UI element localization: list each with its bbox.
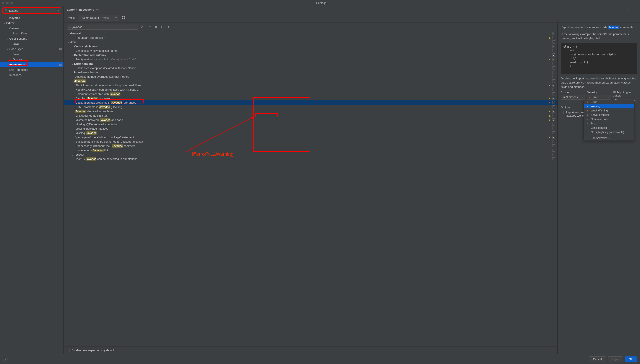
severity-dropdown[interactable]: ●Error▲Warning▲Weak Warning▲Server Probl…	[584, 100, 634, 140]
severity-option-consideration[interactable]: Consideration	[584, 126, 634, 130]
sidebar-item-code-style[interactable]: ⌄Code Style▤	[0, 46, 64, 52]
inspection-row[interactable]: Unnecessary Javadoc link	[64, 148, 557, 152]
inspection-checkbox[interactable]	[552, 80, 555, 82]
severity-combo[interactable]: ● Error▾	[587, 95, 611, 100]
inspection-checkbox[interactable]	[552, 62, 555, 65]
inspection-checkbox[interactable]	[552, 106, 555, 108]
window-controls[interactable]	[2, 2, 13, 4]
inspection-checkbox[interactable]	[552, 58, 555, 61]
inspection-row[interactable]: Missing 'package-info.java'	[64, 126, 557, 131]
inspection-checkbox[interactable]	[552, 54, 555, 56]
sidebar-item-live-templates[interactable]: Live Templates	[0, 67, 64, 72]
inspection-checkbox[interactable]	[552, 75, 555, 78]
inspection-row[interactable]: ⌄Inheritance issues	[64, 70, 557, 74]
severity-option-grammar-error[interactable]: ✓Grammar Error	[584, 117, 634, 122]
inspection-row[interactable]: 'package.html' may be converted to 'pack…	[64, 139, 557, 144]
sidebar-item-smart-keys[interactable]: Smart Keys	[0, 31, 64, 36]
inspection-row[interactable]: Abstract method overrides abstract metho…	[64, 74, 557, 79]
inspection-checkbox[interactable]	[552, 144, 555, 147]
disable-new-row[interactable]: Disable new inspections by default	[64, 346, 557, 354]
inspection-row[interactable]: Mismatch between Javadoc and code▲	[64, 118, 557, 122]
inspection-checkbox[interactable]	[552, 84, 555, 87]
inspection-row[interactable]: Comment replaceable with Javadoc	[64, 92, 557, 96]
severity-option-edit-severities-[interactable]: Edit Severities…	[584, 136, 634, 140]
inspection-row[interactable]: TestNG Javadoc can be converted to annot…	[64, 157, 557, 161]
inspection-checkbox[interactable]	[552, 127, 555, 130]
add-icon[interactable]: ＋	[166, 24, 171, 30]
collapse-all-icon[interactable]	[154, 24, 159, 30]
expand-all-icon[interactable]	[147, 24, 153, 30]
inspection-checkbox[interactable]	[552, 92, 555, 96]
inspection-row[interactable]: ⌄Declaration redundancy	[64, 53, 557, 57]
inspection-checkbox[interactable]	[552, 66, 555, 70]
inspection-row[interactable]: ⌄Java	[64, 40, 557, 44]
sidebar-item-groovy[interactable]: Groovy	[0, 57, 64, 62]
inspection-row[interactable]: Unnecessary fully qualified name	[64, 48, 557, 53]
inspection-row[interactable]: Unchecked exception declared in 'throws'…	[64, 66, 557, 70]
inspection-checkbox[interactable]	[552, 32, 555, 35]
option-checkbox[interactable]	[561, 111, 564, 114]
sidebar-item-keymap[interactable]: Keymap	[0, 15, 64, 20]
inspection-checkbox[interactable]	[552, 97, 555, 100]
inspection-row[interactable]: ⌄Code style issues	[64, 44, 557, 48]
reset-icon[interactable]: ⟲	[96, 8, 99, 11]
inspection-row[interactable]: '<code>...</code>' can be replaced with …	[64, 88, 557, 92]
breadcrumb-root[interactable]: Editor	[67, 8, 75, 11]
inspection-row[interactable]: HTML problems in Javadoc (DocLint)	[64, 105, 557, 109]
inspection-search-input[interactable]: javadoc ×	[67, 24, 138, 30]
inspection-checkbox[interactable]	[552, 110, 555, 113]
severity-option-server-problem[interactable]: ▲Server Problem	[584, 113, 634, 117]
profile-combo[interactable]: Project Default Project ▾	[78, 15, 119, 21]
inspection-row[interactable]: ⌄Error handling	[64, 62, 557, 66]
inspection-checkbox[interactable]	[552, 40, 555, 44]
inspection-checkbox[interactable]	[552, 136, 555, 139]
inspection-row[interactable]: Missing Javadoc	[64, 131, 557, 135]
sidebar-search-input[interactable]: javadoc ×	[3, 8, 61, 14]
apply-button[interactable]: Apply	[608, 356, 623, 362]
nav-back-icon[interactable]: ←	[626, 8, 631, 11]
gear-icon[interactable]	[122, 16, 125, 20]
sidebar-item-inspections[interactable]: Inspections▤	[0, 62, 64, 67]
breadcrumb-leaf[interactable]: Inspections	[78, 8, 94, 11]
severity-option-warning[interactable]: ▲Warning	[584, 104, 634, 108]
inspection-row[interactable]: ⌄Javadoc	[64, 79, 557, 83]
inspection-checkbox[interactable]	[552, 88, 555, 91]
inspection-row[interactable]: Blank line should be replaced with <p> t…	[64, 83, 557, 88]
scope-combo[interactable]: In All Scopes▾	[561, 95, 585, 100]
inspection-row[interactable]: Link specified as plain text▲	[64, 114, 557, 118]
inspection-row[interactable]: Javadoc declaration problems▲	[64, 109, 557, 114]
inspection-checkbox[interactable]	[552, 149, 555, 152]
sidebar-item-java[interactable]: Java	[0, 52, 64, 57]
inspection-row[interactable]: Declaration has problems in Javadoc refe…	[64, 100, 557, 105]
inspection-row[interactable]: ⌄TestNG	[64, 152, 557, 157]
reset-severities-icon[interactable]: □	[160, 24, 165, 30]
inspection-row[interactable]: Unnecessary '{@inheritDoc}' Javadoc comm…	[64, 144, 557, 148]
nav-forward-icon[interactable]: →	[631, 8, 637, 11]
inspection-row[interactable]: Dangling Javadoc comment▲	[64, 96, 557, 100]
sidebar-item-java[interactable]: Java	[0, 41, 64, 46]
severity-option-error[interactable]: ●Error	[584, 100, 634, 104]
disable-new-checkbox[interactable]	[67, 349, 70, 352]
inspection-row[interactable]: Missing '@Deprecated' annotation	[64, 122, 557, 126]
inspection-checkbox[interactable]	[552, 45, 555, 48]
inspection-checkbox[interactable]	[552, 153, 555, 156]
help-button[interactable]: ?	[3, 357, 8, 362]
sidebar-item-intentions[interactable]: Intentions	[0, 72, 64, 78]
inspection-checkbox[interactable]	[552, 71, 555, 74]
sidebar-item-color-scheme[interactable]: ⌄Color Scheme	[0, 36, 64, 41]
severity-option-no-highlighting-fix-available-[interactable]: No highlighting (fix available)	[584, 130, 634, 134]
filter-icon[interactable]	[139, 24, 144, 30]
inspection-checkbox[interactable]	[552, 123, 555, 126]
sidebar-item-editor[interactable]: ⌄Editor	[0, 20, 64, 26]
inspection-row[interactable]: ⌄General	[64, 31, 557, 36]
inspection-checkbox[interactable]	[552, 114, 555, 117]
inspection-checkbox[interactable]	[552, 131, 555, 134]
inspection-checkbox[interactable]	[552, 36, 555, 39]
ok-button[interactable]: OK	[625, 356, 637, 362]
inspection-checkbox[interactable]	[552, 118, 555, 122]
cancel-button[interactable]: Cancel	[589, 356, 606, 362]
inspection-row[interactable]: 'package-info.java' without 'package' st…	[64, 135, 557, 139]
severity-option-weak-warning[interactable]: ▲Weak Warning	[584, 108, 634, 113]
clear-icon[interactable]: ×	[135, 25, 136, 28]
inspection-checkbox[interactable]	[552, 49, 555, 52]
